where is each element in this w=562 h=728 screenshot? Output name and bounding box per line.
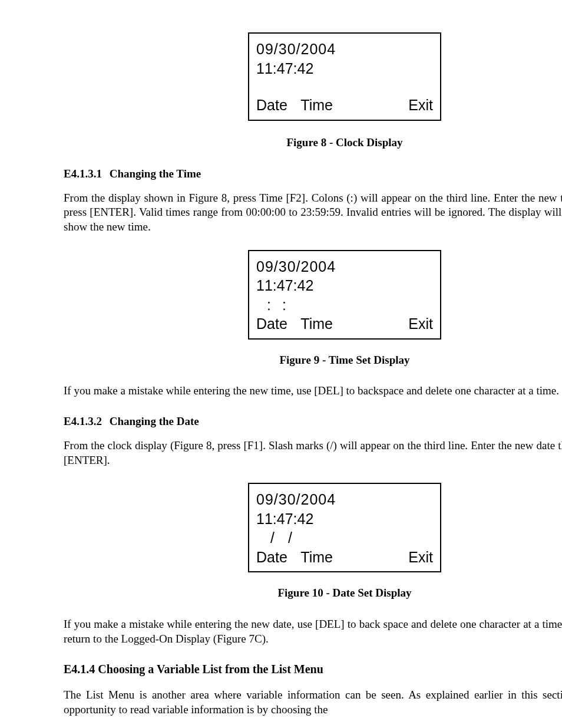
time-set-display-fig9: 09/30/2004 11:47:42 : : Date Time Exit [248, 250, 441, 340]
heading-number: E4.1.3.1 [64, 167, 102, 180]
display-date: 09/30/2004 [256, 257, 433, 276]
para-after-fig10: If you make a mistake while entering the… [64, 617, 562, 646]
figure9-caption: Figure 9 - Time Set Display [64, 353, 562, 368]
heading-e4131: E4.1.3.1 Changing the Time [64, 166, 562, 182]
heading-e4132: E4.1.3.2 Changing the Date [64, 414, 562, 429]
para-e414: The List Menu is another area where vari… [64, 688, 562, 717]
display-menu-row: Date Time Exit [256, 548, 433, 567]
display-date: 09/30/2004 [256, 490, 433, 509]
display-date: 09/30/2004 [256, 39, 433, 59]
softkey-time[interactable]: Time [300, 549, 333, 565]
display-menu-row: Date Time Exit [256, 314, 433, 334]
footer-right: CI-CW MICRO/CW EFM [449, 725, 562, 728]
clock-display-fig8: 09/30/2004 11:47:42 Date Time Exit [248, 32, 441, 121]
display-blank-line [256, 78, 433, 95]
softkey-date[interactable]: Date [256, 549, 287, 565]
softkey-exit[interactable]: Exit [408, 95, 433, 115]
heading-e414: E4.1.4 Choosing a Variable List from the… [64, 661, 562, 677]
softkey-exit[interactable]: Exit [408, 314, 433, 334]
footer-left: E-8 / Appendix E - Display/5x5Keypad [127, 725, 295, 728]
time-entry-placeholder[interactable]: : : [256, 295, 433, 315]
date-set-display-fig10: 09/30/2004 11:47:42 / / Date Time Exit [248, 483, 441, 572]
figure8-caption: Figure 8 - Clock Display [64, 135, 562, 150]
figure10-caption: Figure 10 - Date Set Display [64, 585, 562, 601]
para-after-fig9: If you make a mistake while entering the… [64, 384, 562, 398]
softkey-date[interactable]: Date [256, 315, 287, 332]
softkey-time[interactable]: Time [300, 97, 333, 113]
heading-title: Changing the Time [110, 167, 201, 180]
date-entry-placeholder[interactable]: / / [256, 528, 433, 548]
display-time: 11:47:42 [256, 509, 433, 529]
display-menu-row: Date Time Exit [256, 95, 433, 115]
softkey-date[interactable]: Date [256, 97, 287, 113]
heading-number: E4.1.4 [64, 663, 95, 676]
para-e4132: From the clock display (Figure 8, press … [64, 439, 562, 467]
softkey-exit[interactable]: Exit [408, 548, 433, 567]
display-time: 11:47:42 [256, 59, 433, 78]
page-footer: E-8 / Appendix E - Display/5x5Keypad CI-… [127, 725, 562, 728]
softkey-time[interactable]: Time [300, 315, 333, 332]
para-e4131: From the display shown in Figure 8, pres… [64, 191, 562, 235]
display-time: 11:47:42 [256, 276, 433, 295]
heading-title: Changing the Date [110, 415, 199, 427]
heading-title: Choosing a Variable List from the List M… [98, 663, 323, 676]
heading-number: E4.1.3.2 [64, 415, 102, 427]
